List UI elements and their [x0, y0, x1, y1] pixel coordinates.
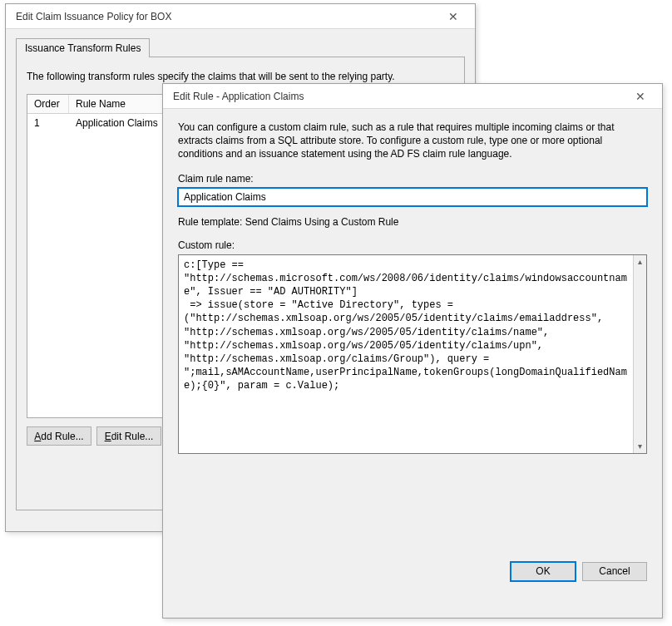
rule-template-value: Send Claims Using a Custom Rule	[245, 216, 399, 228]
custom-rule-label: Custom rule:	[178, 239, 647, 251]
rule-template-line: Rule template: Send Claims Using a Custo…	[178, 216, 647, 228]
scroll-up-icon[interactable]: ▴	[634, 255, 646, 269]
scroll-down-icon[interactable]: ▾	[634, 440, 646, 453]
tab-issuance-transform-rules[interactable]: Issuance Transform Rules	[16, 38, 150, 57]
close-icon[interactable]: ✕	[438, 7, 468, 26]
scrollbar[interactable]: ▴ ▾	[633, 255, 646, 453]
edit-rule-button[interactable]: Edit Rule...	[96, 426, 161, 446]
claim-rule-name-label: Claim rule name:	[178, 173, 647, 185]
close-icon[interactable]: ✕	[625, 87, 655, 106]
cancel-button[interactable]: Cancel	[582, 562, 647, 581]
cell-order: 1	[27, 114, 69, 132]
add-rule-button[interactable]: Add Rule...	[27, 426, 91, 446]
col-order[interactable]: Order	[27, 95, 69, 113]
custom-rule-box: ▴ ▾	[178, 254, 647, 454]
rule-template-prefix: Rule template:	[178, 216, 245, 228]
edit-rule-titlebar: Edit Rule - Application Claims ✕	[163, 84, 662, 109]
ok-button[interactable]: OK	[511, 562, 576, 581]
claim-rule-name-input[interactable]	[178, 188, 647, 206]
policy-titlebar: Edit Claim Issuance Policy for BOX ✕	[6, 4, 475, 29]
custom-rule-textarea[interactable]	[179, 255, 633, 453]
dialog-buttons: OK Cancel	[178, 562, 647, 581]
policy-title: Edit Claim Issuance Policy for BOX	[16, 11, 438, 22]
edit-rule-title: Edit Rule - Application Claims	[173, 91, 625, 102]
help-text: You can configure a custom claim rule, s…	[178, 121, 647, 161]
tabstrip: Issuance Transform Rules	[16, 37, 465, 57]
edit-rule-window: Edit Rule - Application Claims ✕ You can…	[162, 83, 663, 619]
rules-description: The following transform rules specify th…	[27, 71, 454, 82]
